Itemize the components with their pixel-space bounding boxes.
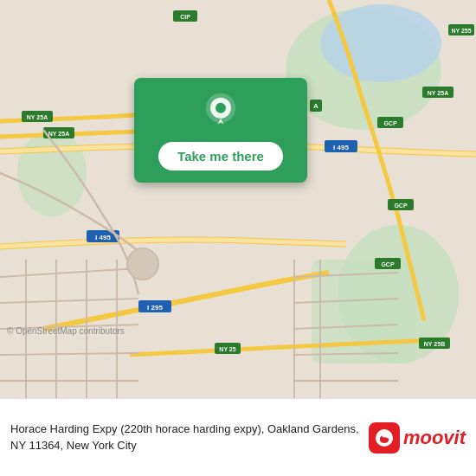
- svg-text:NY 255: NY 255: [451, 28, 471, 34]
- take-me-there-button[interactable]: Take me there: [158, 142, 283, 170]
- location-pin-icon: [200, 92, 241, 133]
- address-line: Horace Harding Expy (220th horace hardin…: [10, 421, 360, 453]
- moovit-text: moovit: [403, 427, 466, 449]
- address-info: Horace Harding Expy (220th horace hardin…: [10, 421, 360, 453]
- svg-text:GCP: GCP: [383, 120, 397, 126]
- svg-text:NY 25A: NY 25A: [428, 90, 448, 96]
- svg-point-55: [382, 433, 386, 437]
- svg-text:NY 25: NY 25: [219, 346, 235, 352]
- info-bar: Horace Harding Expy (220th horace hardin…: [0, 398, 476, 476]
- svg-text:A: A: [313, 102, 318, 110]
- moovit-icon: [369, 422, 400, 453]
- svg-text:NY 25A: NY 25A: [27, 114, 48, 120]
- map-container: I 495 I 495 I 295 NY 25A NY 25A NY 25A N…: [0, 0, 476, 398]
- svg-point-50: [127, 248, 158, 280]
- svg-text:NY 25A: NY 25A: [48, 131, 69, 137]
- svg-text:GCP: GCP: [394, 203, 408, 209]
- svg-text:I 295: I 295: [147, 304, 163, 312]
- svg-text:I 495: I 495: [333, 144, 349, 151]
- svg-point-5: [320, 4, 441, 82]
- svg-text:CIP: CIP: [180, 14, 190, 20]
- svg-point-53: [215, 103, 226, 113]
- moovit-symbol: [375, 428, 394, 447]
- location-card: Take me there: [134, 78, 307, 183]
- svg-text:I 495: I 495: [95, 234, 111, 241]
- svg-text:GCP: GCP: [381, 261, 395, 267]
- moovit-logo: moovit: [369, 422, 466, 453]
- svg-text:NY 25B: NY 25B: [424, 341, 445, 347]
- copyright-text: © OpenStreetMap contributors: [7, 326, 125, 336]
- map-svg: I 495 I 495 I 295 NY 25A NY 25A NY 25A N…: [0, 0, 476, 398]
